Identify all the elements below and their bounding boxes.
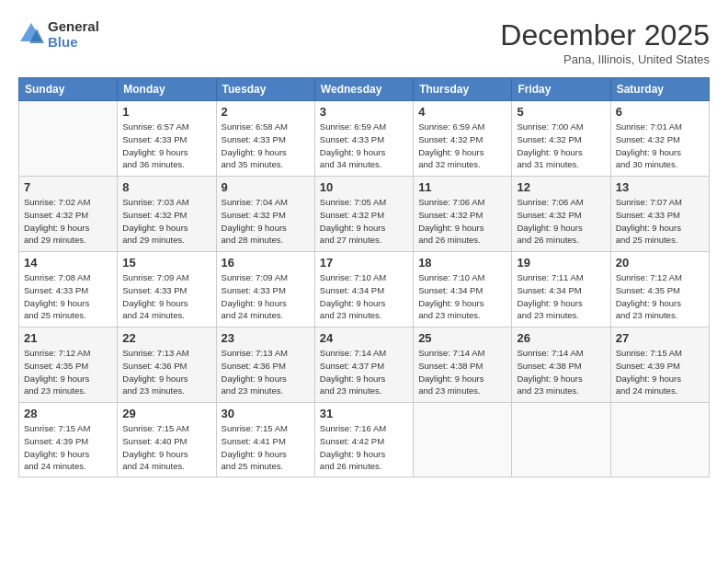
day-info: Sunrise: 7:15 AM Sunset: 4:39 PM Dayligh… [24,422,112,473]
header: General Blue December 2025 Pana, Illinoi… [18,18,710,66]
calendar-cell [19,101,118,177]
day-number: 14 [24,256,112,270]
calendar-cell: 25Sunrise: 7:14 AM Sunset: 4:38 PM Dayli… [414,327,512,403]
day-info: Sunrise: 7:04 AM Sunset: 4:32 PM Dayligh… [222,196,310,247]
calendar-cell: 28Sunrise: 7:15 AM Sunset: 4:39 PM Dayli… [19,403,118,477]
logo: General Blue [18,18,99,50]
calendar-cell: 26Sunrise: 7:14 AM Sunset: 4:38 PM Dayli… [512,327,610,403]
day-number: 23 [222,331,310,345]
day-number: 4 [418,105,506,119]
day-info: Sunrise: 6:57 AM Sunset: 4:33 PM Dayligh… [122,121,210,171]
calendar-cell: 3Sunrise: 6:59 AM Sunset: 4:33 PM Daylig… [314,101,413,177]
day-info: Sunrise: 7:08 AM Sunset: 4:33 PM Dayligh… [24,271,112,322]
day-number: 25 [418,331,506,345]
calendar-cell: 1Sunrise: 6:57 AM Sunset: 4:33 PM Daylig… [118,101,216,177]
day-info: Sunrise: 7:00 AM Sunset: 4:32 PM Dayligh… [517,121,605,171]
day-number: 9 [222,180,310,194]
day-info: Sunrise: 7:07 AM Sunset: 4:33 PM Dayligh… [616,196,704,247]
day-number: 19 [517,256,605,270]
day-info: Sunrise: 7:06 AM Sunset: 4:32 PM Dayligh… [418,196,506,247]
day-info: Sunrise: 6:59 AM Sunset: 4:33 PM Dayligh… [320,121,408,171]
day-number: 1 [122,105,210,119]
day-number: 24 [320,331,408,345]
day-info: Sunrise: 7:05 AM Sunset: 4:32 PM Dayligh… [320,196,408,247]
day-number: 30 [222,407,310,420]
calendar-cell: 23Sunrise: 7:13 AM Sunset: 4:36 PM Dayli… [216,327,314,403]
day-number: 12 [517,180,605,194]
day-number: 6 [616,105,704,119]
calendar-header-row: Sunday Monday Tuesday Wednesday Thursday… [19,78,710,101]
page: General Blue December 2025 Pana, Illinoi… [0,0,728,563]
day-info: Sunrise: 7:12 AM Sunset: 4:35 PM Dayligh… [616,271,704,322]
day-number: 21 [24,331,112,345]
calendar-cell: 8Sunrise: 7:03 AM Sunset: 4:32 PM Daylig… [118,177,216,252]
calendar: Sunday Monday Tuesday Wednesday Thursday… [18,77,710,477]
day-number: 28 [24,407,112,420]
calendar-cell: 30Sunrise: 7:15 AM Sunset: 4:41 PM Dayli… [216,403,314,477]
month-title: December 2025 [500,18,710,52]
calendar-cell: 2Sunrise: 6:58 AM Sunset: 4:33 PM Daylig… [216,101,314,177]
logo-icon [18,21,44,47]
calendar-cell: 27Sunrise: 7:15 AM Sunset: 4:39 PM Dayli… [610,327,709,403]
day-info: Sunrise: 7:15 AM Sunset: 4:39 PM Dayligh… [616,347,704,397]
col-saturday: Saturday [610,78,709,101]
calendar-cell: 16Sunrise: 7:09 AM Sunset: 4:33 PM Dayli… [216,252,314,327]
calendar-cell: 13Sunrise: 7:07 AM Sunset: 4:33 PM Dayli… [610,177,709,252]
day-info: Sunrise: 7:01 AM Sunset: 4:32 PM Dayligh… [616,121,704,171]
calendar-cell: 4Sunrise: 6:59 AM Sunset: 4:32 PM Daylig… [414,101,512,177]
calendar-cell: 9Sunrise: 7:04 AM Sunset: 4:32 PM Daylig… [216,177,314,252]
day-info: Sunrise: 7:16 AM Sunset: 4:42 PM Dayligh… [320,422,408,473]
calendar-cell: 10Sunrise: 7:05 AM Sunset: 4:32 PM Dayli… [314,177,413,252]
day-info: Sunrise: 7:13 AM Sunset: 4:36 PM Dayligh… [222,347,310,397]
day-number: 13 [616,180,704,194]
day-info: Sunrise: 6:58 AM Sunset: 4:33 PM Dayligh… [222,121,310,171]
day-info: Sunrise: 7:15 AM Sunset: 4:40 PM Dayligh… [122,422,210,473]
day-info: Sunrise: 7:09 AM Sunset: 4:33 PM Dayligh… [122,271,210,322]
calendar-cell [610,403,709,477]
col-friday: Friday [512,78,610,101]
calendar-cell: 12Sunrise: 7:06 AM Sunset: 4:32 PM Dayli… [512,177,610,252]
day-info: Sunrise: 7:02 AM Sunset: 4:32 PM Dayligh… [24,196,112,247]
day-number: 20 [616,256,704,270]
day-number: 15 [122,256,210,270]
day-info: Sunrise: 7:15 AM Sunset: 4:41 PM Dayligh… [222,422,310,473]
calendar-cell: 6Sunrise: 7:01 AM Sunset: 4:32 PM Daylig… [610,101,709,177]
calendar-cell: 21Sunrise: 7:12 AM Sunset: 4:35 PM Dayli… [19,327,118,403]
day-info: Sunrise: 7:11 AM Sunset: 4:34 PM Dayligh… [517,271,605,322]
calendar-cell [512,403,610,477]
day-number: 22 [122,331,210,345]
day-info: Sunrise: 7:14 AM Sunset: 4:38 PM Dayligh… [517,347,605,397]
day-number: 26 [517,331,605,345]
day-info: Sunrise: 7:03 AM Sunset: 4:32 PM Dayligh… [122,196,210,247]
col-sunday: Sunday [19,78,118,101]
day-number: 5 [517,105,605,119]
day-info: Sunrise: 7:12 AM Sunset: 4:35 PM Dayligh… [24,347,112,397]
col-tuesday: Tuesday [216,78,314,101]
calendar-cell: 11Sunrise: 7:06 AM Sunset: 4:32 PM Dayli… [414,177,512,252]
day-info: Sunrise: 7:09 AM Sunset: 4:33 PM Dayligh… [222,271,310,322]
day-number: 17 [320,256,408,270]
day-info: Sunrise: 7:14 AM Sunset: 4:37 PM Dayligh… [320,347,408,397]
col-wednesday: Wednesday [314,78,413,101]
calendar-cell: 17Sunrise: 7:10 AM Sunset: 4:34 PM Dayli… [314,252,413,327]
day-number: 16 [222,256,310,270]
title-block: December 2025 Pana, Illinois, United Sta… [500,18,710,66]
day-info: Sunrise: 7:06 AM Sunset: 4:32 PM Dayligh… [517,196,605,247]
calendar-cell: 18Sunrise: 7:10 AM Sunset: 4:34 PM Dayli… [414,252,512,327]
day-number: 8 [122,180,210,194]
location-subtitle: Pana, Illinois, United States [500,52,710,66]
calendar-cell: 20Sunrise: 7:12 AM Sunset: 4:35 PM Dayli… [610,252,709,327]
day-info: Sunrise: 6:59 AM Sunset: 4:32 PM Dayligh… [418,121,506,171]
calendar-cell: 24Sunrise: 7:14 AM Sunset: 4:37 PM Dayli… [314,327,413,403]
col-monday: Monday [118,78,216,101]
day-number: 10 [320,180,408,194]
calendar-cell: 22Sunrise: 7:13 AM Sunset: 4:36 PM Dayli… [118,327,216,403]
day-info: Sunrise: 7:10 AM Sunset: 4:34 PM Dayligh… [418,271,506,322]
calendar-cell: 7Sunrise: 7:02 AM Sunset: 4:32 PM Daylig… [19,177,118,252]
calendar-cell: 31Sunrise: 7:16 AM Sunset: 4:42 PM Dayli… [314,403,413,477]
calendar-cell [414,403,512,477]
day-number: 2 [222,105,310,119]
day-number: 3 [320,105,408,119]
day-info: Sunrise: 7:10 AM Sunset: 4:34 PM Dayligh… [320,271,408,322]
day-number: 29 [122,407,210,420]
